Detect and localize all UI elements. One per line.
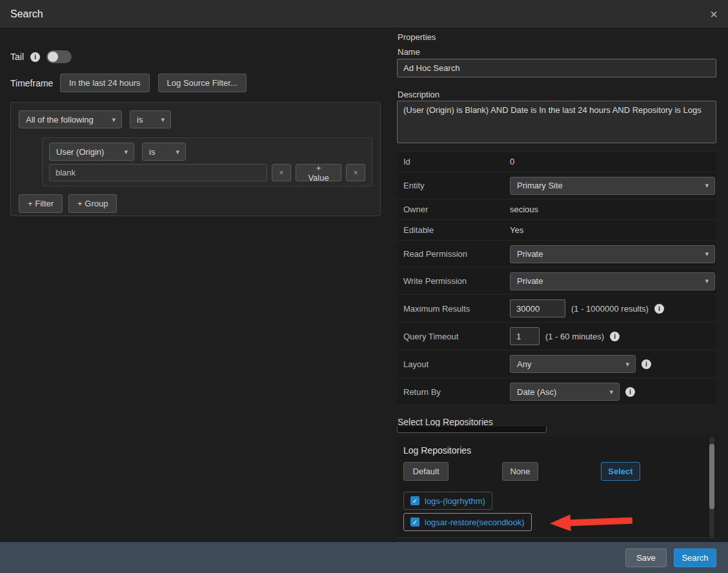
add-value-button[interactable]: + Value xyxy=(296,164,341,181)
search-button[interactable]: Search xyxy=(674,548,716,567)
filter-builder: All of the following ▾ is ▾ User (Origin… xyxy=(10,102,381,216)
row-label: Layout xyxy=(397,359,510,369)
search-dialog: Search × Tail i Timeframe In the last 24… xyxy=(0,0,728,542)
table-row-return-by: Return By Date (Asc) ▾ i xyxy=(397,378,716,406)
properties-header: Properties xyxy=(398,32,436,42)
remove-filter-button[interactable]: × xyxy=(346,164,365,181)
checkbox-checked-icon[interactable]: ✓ xyxy=(410,518,420,527)
chevron-down-icon: ▾ xyxy=(705,181,709,190)
row-label: Write Permission xyxy=(397,276,510,286)
info-icon: i xyxy=(625,387,635,397)
save-button[interactable]: Save xyxy=(625,548,667,567)
entity-select[interactable]: Primary Site ▾ xyxy=(510,177,715,195)
chevron-down-icon: ▾ xyxy=(705,250,709,258)
group-condition-select[interactable]: is ▾ xyxy=(130,110,171,128)
chevron-down-icon: ▾ xyxy=(161,116,165,124)
arrow-shaft xyxy=(569,518,632,526)
maximum-results-input[interactable] xyxy=(510,299,565,317)
description-label: Description xyxy=(398,90,440,99)
tail-toggle[interactable] xyxy=(46,50,72,63)
row-label: Id xyxy=(397,157,510,166)
log-source-filter-button[interactable]: Log Source Filter... xyxy=(158,74,247,92)
query-timeout-hint: (1 - 60 minutes) xyxy=(545,332,604,341)
entity-value: Primary Site xyxy=(517,181,563,190)
return-by-select[interactable]: Date (Asc) ▾ xyxy=(510,383,620,401)
repositories-select-button[interactable]: Select xyxy=(601,462,640,481)
name-input[interactable] xyxy=(397,59,716,77)
info-icon: i xyxy=(642,359,651,369)
dialog-footer: Save Search xyxy=(0,542,728,573)
return-by-value: Date (Asc) xyxy=(517,387,556,397)
log-repositories-title: Log Repositories xyxy=(403,445,471,456)
row-label: Return By xyxy=(397,387,510,397)
write-permission-value: Private xyxy=(517,276,543,286)
tail-label: Tail xyxy=(10,52,24,62)
table-row-owner: Owner secious xyxy=(397,199,716,220)
repo-item-logsar-restore-secondlook[interactable]: ✓ logsar-restore(secondlook) xyxy=(403,513,532,531)
row-label: Editable xyxy=(397,225,510,235)
dialog-title: Search xyxy=(10,8,43,20)
remove-value-button[interactable]: × xyxy=(272,164,291,181)
table-row-read-permission: Read Permission Private ▾ xyxy=(397,241,716,268)
arrow-head xyxy=(550,514,571,532)
field-condition-value: is xyxy=(149,147,155,157)
field-select[interactable]: User (Origin) ▾ xyxy=(49,143,134,161)
read-permission-select[interactable]: Private ▾ xyxy=(510,245,715,263)
maximum-results-hint: (1 - 1000000 results) xyxy=(571,304,649,314)
chevron-down-icon: ▾ xyxy=(625,360,629,368)
table-row-entity: Entity Primary Site ▾ xyxy=(397,172,716,199)
filter-condition-box: User (Origin) ▾ is ▾ × + Value × xyxy=(42,137,372,186)
table-row-id: Id 0 xyxy=(397,152,716,172)
chevron-down-icon: ▾ xyxy=(609,388,613,396)
repo-item-label: logsar-restore(secondlook) xyxy=(425,518,525,527)
repositories-default-button[interactable]: Default xyxy=(403,462,449,481)
row-label: Owner xyxy=(397,205,510,214)
repo-item-logs-logrhythm[interactable]: ✓ logs-(logrhythm) xyxy=(403,492,492,510)
group-operator-select[interactable]: All of the following ▾ xyxy=(19,110,122,128)
row-value: secious xyxy=(510,205,538,214)
group-operator-value: All of the following xyxy=(26,115,94,125)
table-row-editable: Editable Yes xyxy=(397,220,716,241)
info-icon: i xyxy=(610,332,620,341)
row-label: Read Permission xyxy=(397,249,510,259)
group-condition-value: is xyxy=(137,115,143,125)
write-permission-select[interactable]: Private ▾ xyxy=(510,272,715,290)
tail-row: Tail i xyxy=(10,50,72,63)
row-label: Entity xyxy=(397,181,510,190)
chevron-down-icon: ▾ xyxy=(705,277,709,285)
query-timeout-input[interactable] xyxy=(510,327,540,345)
table-row-query-timeout: Query Timeout (1 - 60 minutes) i xyxy=(397,323,716,350)
description-textarea[interactable]: (User (Origin) is Blank) AND Date is In … xyxy=(397,101,716,143)
scrollbar-thumb[interactable] xyxy=(709,444,714,509)
info-icon: i xyxy=(30,52,40,62)
row-label: Query Timeout xyxy=(397,332,510,341)
timeframe-label: Timeframe xyxy=(10,78,60,88)
table-row-write-permission: Write Permission Private ▾ xyxy=(397,268,716,295)
table-row-layout: Layout Any ▾ i xyxy=(397,350,716,378)
row-value: 0 xyxy=(510,157,514,166)
value-row: × + Value × xyxy=(49,164,365,181)
layout-select[interactable]: Any ▾ xyxy=(510,355,636,373)
table-row-maximum-results: Maximum Results (1 - 1000000 results) i xyxy=(397,295,716,323)
info-icon: i xyxy=(654,304,664,314)
toggle-knob xyxy=(48,52,58,62)
clipped-field-edge xyxy=(397,427,547,433)
annotation-arrow-icon xyxy=(550,512,634,532)
add-group-button[interactable]: + Group xyxy=(68,194,117,213)
repositories-none-button[interactable]: None xyxy=(502,462,538,481)
add-filter-button[interactable]: + Filter xyxy=(19,194,63,213)
name-label: Name xyxy=(398,47,420,57)
close-icon[interactable]: × xyxy=(710,8,718,21)
row-label: Maximum Results xyxy=(397,304,510,314)
dialog-titlebar: Search × xyxy=(0,0,728,28)
field-condition-select[interactable]: is ▾ xyxy=(142,143,186,161)
repo-item-label: logs-(logrhythm) xyxy=(425,496,485,506)
field-value: User (Origin) xyxy=(56,147,104,157)
scrollbar-track[interactable] xyxy=(709,437,714,538)
checkbox-checked-icon[interactable]: ✓ xyxy=(410,496,420,505)
chevron-down-icon: ▾ xyxy=(112,116,116,124)
read-permission-value: Private xyxy=(517,249,543,259)
filter-value-input[interactable] xyxy=(49,164,267,181)
chevron-down-icon: ▾ xyxy=(176,148,179,156)
timeframe-range-button[interactable]: In the last 24 hours xyxy=(60,74,150,92)
